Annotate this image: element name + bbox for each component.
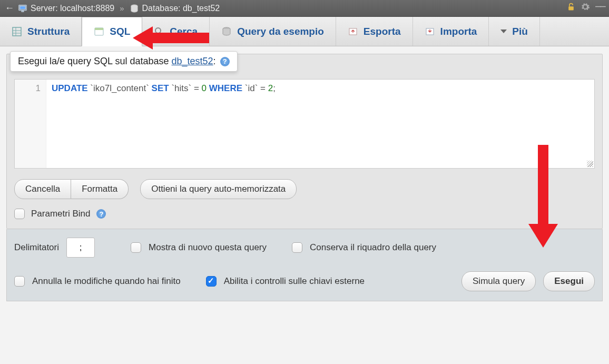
tab-strip: Struttura SQL Cerca Query da esempio Esp… [0, 17, 609, 46]
heading-db-link[interactable]: db_test52 [172, 56, 213, 66]
tab-label: Esporta [364, 26, 401, 37]
rollback-label: Annulla le modifiche quando hai finito [32, 276, 181, 287]
database-breadcrumb[interactable]: Database: db_test52 [142, 4, 220, 13]
footer-row-2: Annulla le modifiche quando hai finito A… [14, 271, 595, 291]
breadcrumb-bar: ← Server: localhost:8889 » Database: db_… [0, 0, 609, 17]
lock-icon[interactable] [567, 3, 575, 14]
editor-gutter: 1 [15, 80, 46, 168]
svg-rect-4 [568, 6, 574, 10]
database-icon [130, 4, 139, 13]
heading-text: Esegui la/e query SQL sul database db_te… [18, 56, 216, 67]
server-breadcrumb[interactable]: Server: localhost:8889 [31, 4, 114, 13]
svg-rect-5 [13, 27, 21, 36]
sql-panel: Esegui la/e query SQL sul database db_te… [6, 54, 603, 229]
rollback-checkbox[interactable] [14, 276, 25, 287]
breadcrumb-separator: » [120, 4, 124, 13]
sql-footer: Delimitatori Mostra di nuovo questa quer… [6, 229, 603, 301]
show-query-again-checkbox[interactable] [131, 242, 141, 253]
svg-rect-2 [22, 11, 24, 12]
fk-checks-label: Abilita i controlli sulle chiavi esterne [224, 276, 365, 287]
delimiters-label: Delimitatori [14, 242, 59, 253]
svg-point-11 [155, 28, 161, 33]
tab-structure[interactable]: Struttura [0, 17, 82, 46]
footer-row-1: Delimitatori Mostra di nuovo questa quer… [14, 238, 595, 258]
svg-rect-10 [95, 28, 103, 30]
help-icon[interactable]: ? [220, 57, 230, 66]
help-icon[interactable]: ? [96, 209, 106, 219]
resize-handle[interactable] [587, 161, 593, 167]
tab-search[interactable]: Cerca [142, 17, 210, 46]
editor-code[interactable]: UPDATE `iko7l_content` SET `hits` = 0 WH… [46, 80, 594, 168]
tab-label: Più [512, 26, 528, 37]
search-icon [154, 26, 164, 37]
tab-more[interactable]: Più [489, 17, 540, 46]
structure-icon [12, 26, 22, 37]
export-icon [348, 26, 358, 37]
panel-heading: Esegui la/e query SQL sul database db_te… [10, 51, 238, 72]
query-icon [221, 26, 232, 37]
tab-label: Cerca [170, 26, 198, 37]
svg-line-12 [160, 33, 163, 36]
delimiters-input[interactable] [66, 238, 95, 258]
tab-label: SQL [110, 26, 130, 37]
bind-params-checkbox[interactable] [14, 209, 25, 219]
retain-query-box-label: Conserva il riquadro della query [310, 242, 436, 253]
retain-query-box-checkbox[interactable] [292, 242, 302, 253]
show-query-again-label: Mostra di nuovo questa query [149, 242, 267, 253]
tab-label: Importa [440, 26, 477, 37]
execute-button[interactable]: Esegui [543, 271, 595, 291]
collapse-panel-icon[interactable]: ⎻⎻ [595, 3, 605, 14]
clear-format-group: Cancella Formatta [14, 179, 129, 199]
nav-back-button[interactable]: ← [4, 3, 15, 14]
sql-icon [94, 26, 104, 37]
gear-icon[interactable] [581, 2, 590, 14]
format-button[interactable]: Formatta [71, 179, 129, 199]
tab-label: Struttura [27, 26, 70, 37]
autosaved-query-button[interactable]: Ottieni la query auto-memorizzata [140, 179, 297, 199]
clear-button[interactable]: Cancella [14, 179, 71, 199]
simulate-query-button[interactable]: Simula query [461, 271, 536, 291]
tab-query-by-example[interactable]: Query da esempio [210, 17, 336, 46]
import-icon [425, 26, 435, 37]
tab-sql[interactable]: SQL [82, 17, 142, 46]
bind-params-row: Parametri Bind ? [14, 209, 595, 219]
svg-rect-1 [20, 6, 26, 9]
editor-button-row: Cancella Formatta Ottieni la query auto-… [14, 179, 595, 199]
dropdown-caret-icon [500, 29, 507, 33]
tab-import[interactable]: Importa [413, 17, 489, 46]
fk-checks-checkbox[interactable] [206, 276, 217, 287]
tab-export[interactable]: Esporta [336, 17, 413, 46]
tab-label: Query da esempio [237, 26, 324, 37]
server-icon [18, 4, 27, 13]
bind-params-label: Parametri Bind [31, 209, 90, 219]
sql-editor[interactable]: 1 UPDATE `iko7l_content` SET `hits` = 0 … [14, 79, 595, 169]
